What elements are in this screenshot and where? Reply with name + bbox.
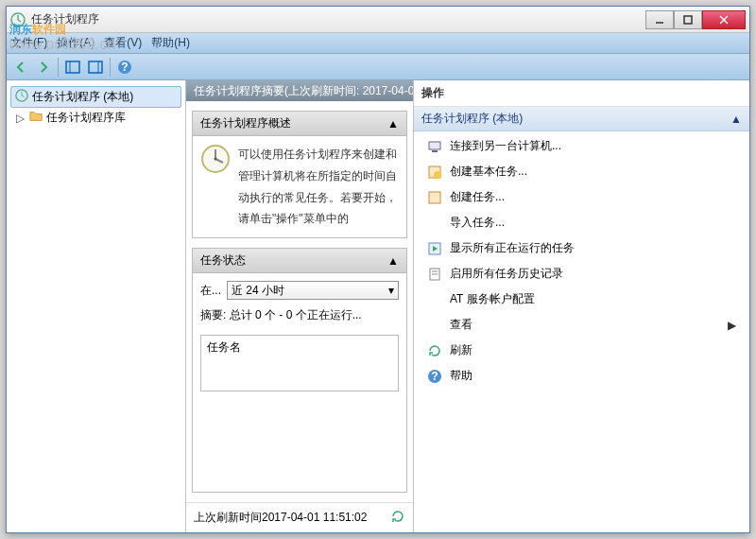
action-create-basic[interactable]: 创建基本任务... [414, 159, 749, 184]
app-icon [10, 12, 26, 27]
tree-library-label: 任务计划程序库 [46, 110, 126, 126]
toolbar: ? [7, 54, 749, 80]
window-title: 任务计划程序 [31, 11, 645, 27]
overview-header: 任务计划程序概述 ▲ [193, 112, 406, 136]
menu-file[interactable]: 文件(F) [10, 35, 47, 51]
status-label: 在... [200, 283, 221, 299]
history-icon [427, 267, 442, 282]
svg-rect-4 [684, 16, 692, 24]
task-column-header: 任务名 [207, 339, 392, 356]
menu-help[interactable]: 帮助(H) [151, 35, 190, 51]
svg-line-2 [18, 20, 21, 22]
menu-view[interactable]: 查看(V) [104, 35, 142, 51]
action-connect[interactable]: 连接到另一台计算机... [414, 133, 749, 159]
action-enable-history[interactable]: 启用所有任务历史记录 [414, 261, 749, 287]
actions-section-header[interactable]: 任务计划程序 (本地) ▲ [414, 107, 749, 131]
refresh-icon [427, 343, 442, 358]
tree-library[interactable]: ▷ 任务计划程序库 [10, 108, 181, 128]
task-basic-icon [427, 165, 442, 180]
task-icon [427, 190, 442, 205]
clock-icon [15, 89, 28, 105]
collapse-icon[interactable]: ▲ [387, 117, 399, 130]
close-button[interactable] [702, 10, 746, 29]
help-icon: ? [427, 369, 442, 384]
status-summary: 摘要: 总计 0 个 - 0 个正在运行... [200, 307, 399, 323]
status-panel: 任务状态 ▲ 在... 近 24 小时 ▾ 摘要: 总计 0 个 - 0 个正在… [192, 248, 407, 493]
tree-root-label: 任务计划程序 (本地) [32, 89, 133, 105]
actions-header: 操作 [414, 80, 749, 107]
middle-header: 任务计划程序摘要(上次刷新时间: 2017-04-0 [186, 80, 413, 101]
refresh-button[interactable] [390, 509, 405, 527]
svg-point-19 [215, 158, 217, 161]
middle-footer: 上次刷新时间2017-04-01 11:51:02 [186, 502, 413, 532]
middle-pane: 任务计划程序摘要(上次刷新时间: 2017-04-0 任务计划程序概述 ▲ 可以… [186, 80, 413, 532]
chevron-right-icon: ▶ [728, 319, 736, 332]
menu-action[interactable]: 操作(A) [57, 35, 94, 51]
svg-point-23 [434, 171, 441, 179]
expand-icon[interactable]: ▷ [14, 112, 26, 125]
import-icon [427, 216, 442, 231]
main-window: 任务计划程序 文件(F) 操作(A) 查看(V) 帮助(H) ? 任务计划程序 … [6, 6, 750, 533]
maximize-button[interactable] [674, 10, 702, 29]
running-icon [427, 241, 442, 256]
action-show-running[interactable]: 显示所有正在运行的任务 [414, 235, 749, 261]
last-refresh-label: 上次刷新时间2017-04-01 11:51:02 [194, 510, 367, 526]
svg-rect-21 [432, 150, 438, 152]
actions-pane: 操作 任务计划程序 (本地) ▲ 连接到另一台计算机... 创建基本任务... … [413, 80, 749, 532]
task-list: 任务名 [200, 335, 399, 391]
collapse-icon[interactable]: ▲ [387, 254, 399, 268]
folder-icon [29, 110, 43, 126]
computer-icon [427, 139, 442, 154]
tree-root[interactable]: 任务计划程序 (本地) [10, 86, 181, 108]
action-import[interactable]: 导入任务... [414, 210, 749, 235]
collapse-icon: ▲ [730, 113, 742, 126]
overview-clock-icon [200, 144, 231, 230]
svg-rect-24 [429, 192, 440, 203]
overview-panel: 任务计划程序概述 ▲ 可以使用任务计划程序来创建和管理计算机将在所指定的时间自动… [192, 111, 407, 238]
help-button[interactable]: ? [114, 57, 135, 78]
status-header: 任务状态 ▲ [193, 249, 406, 273]
scope-button[interactable] [62, 57, 83, 78]
timerange-dropdown[interactable]: 近 24 小时 ▾ [227, 281, 399, 300]
overview-text: 可以使用任务计划程序来创建和管理计算机将在所指定的时间自动执行的常见任务。若要开… [238, 144, 399, 230]
menubar: 文件(F) 操作(A) 查看(V) 帮助(H) [7, 33, 749, 54]
action-at-config[interactable]: AT 服务帐户配置 [414, 287, 749, 312]
svg-rect-7 [66, 61, 79, 73]
svg-text:?: ? [121, 61, 128, 74]
svg-line-15 [22, 96, 25, 97]
svg-rect-20 [429, 142, 440, 149]
forward-button[interactable] [33, 57, 54, 78]
svg-rect-9 [89, 61, 102, 73]
tree-pane: 任务计划程序 (本地) ▷ 任务计划程序库 [7, 80, 186, 532]
action-refresh[interactable]: 刷新 [414, 338, 749, 363]
action-help[interactable]: ? 帮助 [414, 363, 749, 389]
svg-text:?: ? [431, 370, 438, 383]
titlebar: 任务计划程序 [7, 7, 749, 33]
chevron-down-icon: ▾ [388, 284, 394, 297]
content-area: 任务计划程序 (本地) ▷ 任务计划程序库 任务计划程序摘要(上次刷新时间: 2… [7, 80, 749, 532]
action-view[interactable]: 查看 ▶ [414, 312, 749, 338]
action-create-task[interactable]: 创建任务... [414, 184, 749, 210]
properties-button[interactable] [85, 57, 106, 78]
back-button[interactable] [10, 57, 31, 78]
minimize-button[interactable] [645, 10, 674, 29]
